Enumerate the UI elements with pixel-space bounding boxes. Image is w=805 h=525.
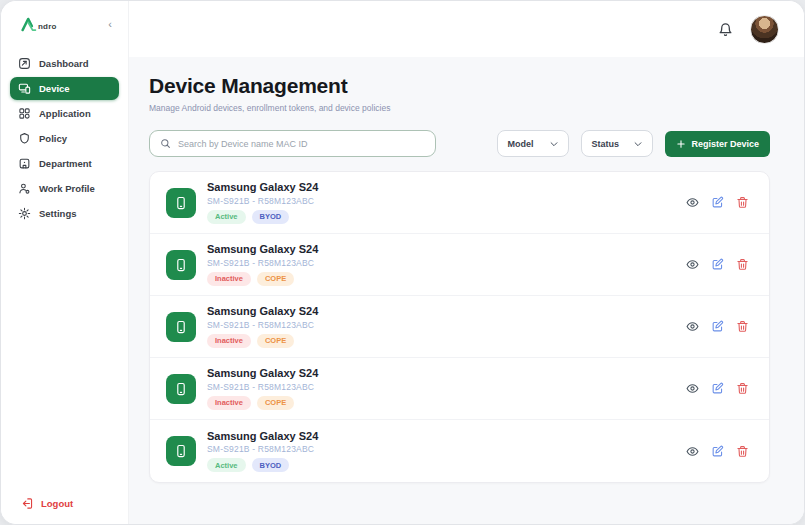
eye-icon (686, 258, 699, 271)
view-device-button[interactable] (686, 382, 699, 395)
register-device-label: Register Device (691, 139, 759, 149)
device-identifier: SM-S921B - R58M123ABC (207, 382, 318, 392)
device-badges: Inactive COPE (207, 272, 318, 286)
sidebar-item-label: Dashboard (39, 58, 89, 69)
edit-device-button[interactable] (711, 382, 724, 395)
notifications-button[interactable] (718, 22, 733, 37)
model-filter-dropdown[interactable]: Model (497, 130, 569, 157)
sidebar: ndro ‹ Dashboard Device Application Poli… (1, 1, 129, 524)
device-badges: Inactive COPE (207, 334, 318, 348)
edit-device-button[interactable] (711, 196, 724, 209)
sidebar-item-settings[interactable]: Settings (10, 202, 119, 225)
search-input[interactable] (178, 139, 425, 149)
edit-device-button[interactable] (711, 258, 724, 271)
smartphone-icon (174, 382, 188, 396)
trash-icon (736, 258, 749, 271)
status-badge: Active (207, 458, 246, 472)
device-name: Samsung Galaxy S24 (207, 367, 318, 379)
trash-icon (736, 382, 749, 395)
eye-icon (686, 196, 699, 209)
device-type-icon (166, 250, 196, 280)
dashboard-icon (18, 57, 31, 70)
sidebar-item-policy[interactable]: Policy (10, 127, 119, 150)
edit-device-button[interactable] (711, 320, 724, 333)
device-name: Samsung Galaxy S24 (207, 430, 318, 442)
smartphone-icon (174, 444, 188, 458)
bell-icon (718, 22, 733, 37)
device-row-actions (686, 258, 749, 271)
device-icon (18, 82, 31, 95)
logout-icon (21, 497, 34, 510)
logout-button[interactable]: Logout (1, 497, 128, 510)
status-filter-label: Status (591, 139, 619, 149)
topbar (129, 1, 804, 57)
page-title: Device Management (149, 74, 770, 98)
ownership-badge: BYOD (252, 210, 290, 224)
sidebar-item-department[interactable]: Department (10, 152, 119, 175)
sidebar-item-label: Application (39, 108, 91, 119)
main-area: Device Management Manage Android devices… (129, 1, 804, 524)
trash-icon (736, 196, 749, 209)
sidebar-item-dashboard[interactable]: Dashboard (10, 52, 119, 75)
sidebar-item-label: Settings (39, 208, 76, 219)
sidebar-collapse-icon[interactable]: ‹ (104, 17, 116, 32)
device-badges: Active BYOD (207, 458, 318, 472)
device-row: Samsung Galaxy S24 SM-S921B - R58M123ABC… (150, 420, 769, 482)
delete-device-button[interactable] (736, 258, 749, 271)
status-filter-dropdown[interactable]: Status (581, 130, 653, 157)
controls-row: Model Status Register Device (149, 130, 770, 157)
device-name: Samsung Galaxy S24 (207, 243, 318, 255)
device-identifier: SM-S921B - R58M123ABC (207, 444, 318, 454)
device-row: Samsung Galaxy S24 SM-S921B - R58M123ABC… (150, 296, 769, 358)
register-device-button[interactable]: Register Device (665, 131, 770, 157)
delete-device-button[interactable] (736, 382, 749, 395)
device-row-actions (686, 382, 749, 395)
view-device-button[interactable] (686, 445, 699, 458)
content: Device Management Manage Android devices… (129, 57, 804, 524)
device-identifier: SM-S921B - R58M123ABC (207, 320, 318, 330)
edit-icon (711, 445, 724, 458)
sidebar-item-work-profile[interactable]: Work Profile (10, 177, 119, 200)
smartphone-icon (174, 320, 188, 334)
sidebar-item-device[interactable]: Device (10, 77, 119, 100)
edit-icon (711, 196, 724, 209)
smartphone-icon (174, 196, 188, 210)
eye-icon (686, 382, 699, 395)
sidebar-header: ndro ‹ (1, 17, 128, 32)
sidebar-item-application[interactable]: Application (10, 102, 119, 125)
work-profile-icon (18, 182, 31, 195)
chevron-down-icon (549, 139, 559, 149)
view-device-button[interactable] (686, 320, 699, 333)
status-badge: Inactive (207, 334, 251, 348)
settings-icon (18, 207, 31, 220)
device-info: Samsung Galaxy S24 SM-S921B - R58M123ABC… (207, 243, 318, 286)
device-name: Samsung Galaxy S24 (207, 181, 318, 193)
edit-icon (711, 382, 724, 395)
delete-device-button[interactable] (736, 445, 749, 458)
status-badge: Inactive (207, 396, 251, 410)
device-identifier: SM-S921B - R58M123ABC (207, 258, 318, 268)
ownership-badge: COPE (257, 396, 294, 410)
delete-device-button[interactable] (736, 196, 749, 209)
device-info: Samsung Galaxy S24 SM-S921B - R58M123ABC… (207, 430, 318, 473)
view-device-button[interactable] (686, 196, 699, 209)
sidebar-nav: Dashboard Device Application Policy Depa… (1, 52, 128, 225)
edit-device-button[interactable] (711, 445, 724, 458)
device-type-icon (166, 312, 196, 342)
ownership-badge: BYOD (252, 458, 290, 472)
model-filter-label: Model (507, 139, 533, 149)
andro-a-logo-icon (21, 17, 37, 32)
policy-icon (18, 132, 31, 145)
sidebar-item-label: Device (39, 83, 70, 94)
ownership-badge: COPE (257, 334, 294, 348)
view-device-button[interactable] (686, 258, 699, 271)
smartphone-icon (174, 258, 188, 272)
department-icon (18, 157, 31, 170)
device-row: Samsung Galaxy S24 SM-S921B - R58M123ABC… (150, 234, 769, 296)
device-badges: Inactive COPE (207, 396, 318, 410)
user-avatar[interactable] (750, 15, 779, 44)
delete-device-button[interactable] (736, 320, 749, 333)
device-type-icon (166, 188, 196, 218)
device-type-icon (166, 436, 196, 466)
app-window: ndro ‹ Dashboard Device Application Poli… (0, 0, 805, 525)
